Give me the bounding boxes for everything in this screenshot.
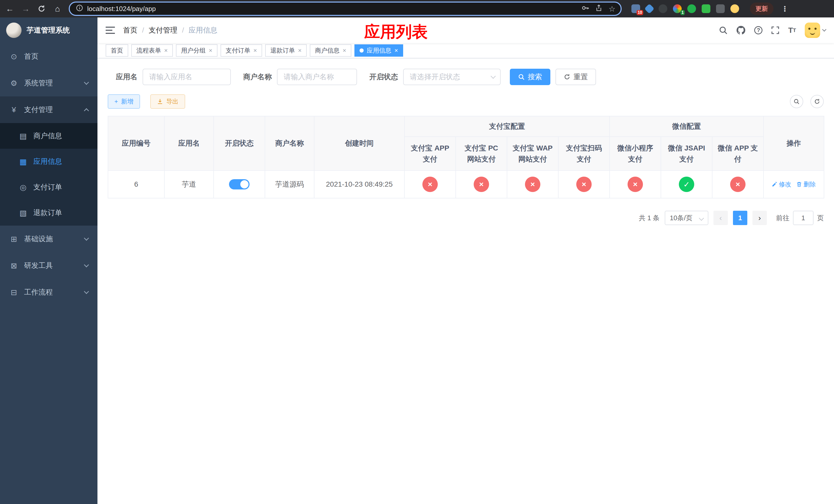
col-group-alipay: 支付宝配置 bbox=[404, 116, 610, 137]
col-app-name: 应用名 bbox=[164, 116, 214, 170]
bookmark-star-icon[interactable]: ☆ bbox=[609, 4, 615, 13]
export-button[interactable]: 导出 bbox=[150, 94, 185, 109]
table-toolbar: + 新增 导出 bbox=[108, 94, 824, 109]
cell-alipay-scan: × bbox=[558, 170, 610, 198]
col-app-id: 应用编号 bbox=[108, 116, 164, 170]
browser-update-button[interactable]: 更新 bbox=[750, 3, 773, 15]
app-name-input[interactable] bbox=[142, 69, 231, 85]
sidebar: 芋道管理系统 ⊙ 首页 ⚙ 系统管理 ¥ 支付管理 bbox=[0, 18, 97, 504]
breadcrumb-home[interactable]: 首页 bbox=[123, 25, 137, 35]
col-alipay-wap: 支付宝 WAP 网站支付 bbox=[507, 137, 558, 170]
sidebar-item-app-info[interactable]: ▦ 应用信息 bbox=[0, 149, 97, 174]
sidebar-item-pay-order[interactable]: ◎ 支付订单 bbox=[0, 174, 97, 200]
top-navbar: 首页 / 支付管理 / 应用信息 应用列表 ? bbox=[97, 18, 834, 43]
close-icon[interactable]: × bbox=[254, 47, 257, 54]
extension-icon[interactable] bbox=[716, 4, 725, 13]
sidebar-item-home[interactable]: ⊙ 首页 bbox=[0, 43, 97, 70]
chevron-down-icon bbox=[84, 262, 89, 267]
site-info-icon[interactable] bbox=[76, 4, 83, 13]
browser-menu-icon[interactable]: ⋮ bbox=[781, 5, 788, 13]
goto-label: 前往 bbox=[776, 213, 789, 223]
status-select[interactable] bbox=[403, 69, 501, 85]
sidebar-item-label: 研发工具 bbox=[24, 261, 53, 271]
toolbox-icon: ⊠ bbox=[9, 261, 19, 270]
extension-icon[interactable] bbox=[644, 4, 655, 14]
forward-icon[interactable]: → bbox=[21, 5, 30, 13]
edit-link-label: 修改 bbox=[779, 180, 791, 188]
close-icon[interactable]: × bbox=[209, 47, 212, 54]
extension-icon[interactable]: 1 bbox=[673, 4, 682, 13]
merchant-name-input[interactable] bbox=[277, 69, 357, 85]
github-icon[interactable] bbox=[736, 26, 746, 35]
user-menu[interactable] bbox=[805, 23, 826, 38]
extension-icon[interactable] bbox=[659, 4, 667, 13]
home-icon[interactable]: ⌂ bbox=[53, 5, 62, 13]
dashboard-icon: ⊙ bbox=[9, 52, 19, 61]
sidebar-item-merchant-info[interactable]: ▤ 商户信息 bbox=[0, 123, 97, 149]
close-icon[interactable]: × bbox=[298, 47, 302, 54]
font-size-icon[interactable]: TT bbox=[788, 26, 796, 35]
breadcrumb-section[interactable]: 支付管理 bbox=[149, 25, 177, 35]
fullscreen-icon[interactable] bbox=[771, 26, 780, 35]
close-icon[interactable]: × bbox=[343, 47, 346, 54]
extension-icon[interactable] bbox=[730, 4, 739, 13]
tab-merchant-info[interactable]: 商户信息× bbox=[310, 44, 351, 56]
show-search-icon[interactable] bbox=[790, 95, 803, 108]
extension-icon[interactable] bbox=[687, 4, 696, 13]
sidebar-item-system[interactable]: ⚙ 系统管理 bbox=[0, 70, 97, 96]
reload-icon[interactable] bbox=[37, 5, 46, 13]
sidebar-item-label: 基础设施 bbox=[24, 234, 53, 244]
back-icon[interactable]: ← bbox=[5, 5, 14, 13]
search-icon[interactable] bbox=[719, 26, 728, 35]
add-button-label: 新增 bbox=[121, 97, 133, 106]
extensions-area: 10 1 bbox=[631, 4, 739, 13]
share-icon[interactable] bbox=[595, 4, 602, 13]
status-toggle[interactable] bbox=[229, 179, 249, 189]
close-icon[interactable]: × bbox=[394, 47, 398, 54]
extension-icon[interactable]: 10 bbox=[631, 4, 640, 13]
goto-page-input[interactable] bbox=[793, 211, 813, 225]
tab-process-form[interactable]: 流程表单× bbox=[131, 44, 173, 56]
sidebar-item-label: 系统管理 bbox=[24, 78, 53, 88]
cell-app-id: 6 bbox=[108, 170, 164, 198]
sidebar-item-workflow[interactable]: ⊟ 工作流程 bbox=[0, 279, 97, 305]
tab-app-info[interactable]: 应用信息× bbox=[354, 44, 403, 56]
add-button[interactable]: + 新增 bbox=[108, 94, 140, 109]
col-alipay-pc: 支付宝 PC 网站支付 bbox=[456, 137, 507, 170]
search-button[interactable]: 搜索 bbox=[510, 69, 550, 85]
url-text[interactable]: localhost:1024/pay/app bbox=[87, 5, 577, 13]
cell-create-time: 2021-10-23 08:49:25 bbox=[314, 170, 404, 198]
tab-pay-order[interactable]: 支付订单× bbox=[221, 44, 262, 56]
breadcrumb: 首页 / 支付管理 / 应用信息 bbox=[123, 25, 218, 35]
edit-link[interactable]: 修改 bbox=[772, 180, 791, 188]
prev-page-button[interactable]: ‹ bbox=[714, 211, 728, 225]
user-avatar bbox=[805, 23, 820, 38]
extension-icon[interactable] bbox=[702, 4, 710, 13]
page-size-select[interactable]: 10条/页 bbox=[665, 211, 708, 225]
tab-user-group[interactable]: 用户分组× bbox=[176, 44, 218, 56]
chevron-down-icon bbox=[84, 289, 89, 294]
sidebar-item-payment[interactable]: ¥ 支付管理 bbox=[0, 96, 97, 123]
reset-button[interactable]: 重置 bbox=[555, 69, 596, 85]
sidebar-item-infrastructure[interactable]: ⊞ 基础设施 bbox=[0, 226, 97, 252]
refresh-icon[interactable] bbox=[810, 95, 824, 108]
delete-link[interactable]: 删除 bbox=[796, 180, 816, 188]
collapse-sidebar-icon[interactable] bbox=[106, 27, 115, 34]
page-content: 应用名 商户名称 开启状态 搜索 重置 bbox=[97, 59, 834, 504]
page-number-1[interactable]: 1 bbox=[733, 211, 747, 225]
sidebar-item-label: 首页 bbox=[24, 51, 39, 61]
tab-home[interactable]: 首页 bbox=[106, 44, 128, 56]
close-icon[interactable]: × bbox=[164, 47, 168, 54]
sidebar-item-devtools[interactable]: ⊠ 研发工具 bbox=[0, 252, 97, 279]
sidebar-item-refund-order[interactable]: ▧ 退款订单 bbox=[0, 200, 97, 226]
tab-label: 流程表单 bbox=[136, 46, 161, 54]
card-icon: ▤ bbox=[19, 132, 28, 140]
tab-refund-order[interactable]: 退款订单× bbox=[265, 44, 307, 56]
plus-icon: + bbox=[114, 98, 118, 105]
next-page-button[interactable]: › bbox=[752, 211, 767, 225]
chevron-down-icon bbox=[84, 235, 89, 241]
password-key-icon[interactable] bbox=[581, 4, 589, 14]
address-bar[interactable]: localhost:1024/pay/app ☆ bbox=[69, 2, 622, 16]
help-icon[interactable]: ? bbox=[754, 26, 763, 35]
app-logo[interactable]: 芋道管理系统 bbox=[0, 18, 97, 43]
